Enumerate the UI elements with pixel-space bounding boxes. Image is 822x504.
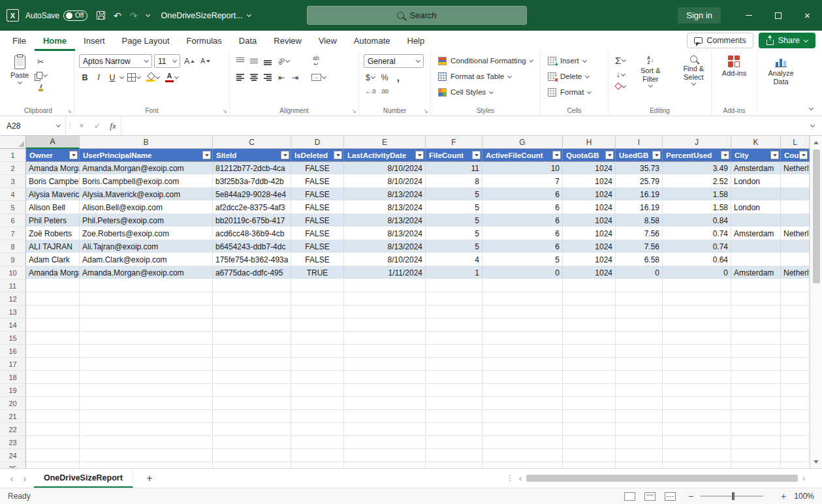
header-cell-H1[interactable]: QuotaGB (563, 149, 616, 162)
cell-H9[interactable]: 1024 (563, 253, 616, 266)
zoom-slider-thumb[interactable] (732, 492, 735, 500)
cell-C17[interactable] (213, 358, 291, 371)
cell-F12[interactable] (426, 292, 482, 306)
cell-B10[interactable]: Amanda.Morgan@exoip.com (80, 266, 213, 279)
cell-L3[interactable] (781, 175, 810, 188)
cell-G7[interactable]: 6 (482, 227, 563, 240)
cell-H8[interactable]: 1024 (563, 240, 616, 253)
column-header-L[interactable]: L (781, 136, 810, 149)
header-cell-J1[interactable]: PercentUsed (663, 149, 731, 162)
cell-E5[interactable]: 8/13/2024 (344, 201, 426, 214)
sort-filter-button[interactable]: AZ↓ Sort & Filter (630, 53, 671, 90)
align-right-button[interactable] (262, 72, 274, 82)
sign-in-button[interactable]: Sign in (678, 7, 721, 24)
align-center-button[interactable] (248, 72, 260, 82)
cell-H25[interactable] (563, 462, 616, 468)
cell-B19[interactable] (80, 384, 213, 397)
cell-H11[interactable] (563, 279, 616, 292)
cell-C9[interactable]: 175fe754-b362-493a (213, 253, 291, 266)
fill-color-button[interactable] (144, 72, 161, 83)
header-cell-G1[interactable]: ActiveFileCount (482, 149, 563, 162)
cell-D23[interactable] (291, 436, 344, 449)
cell-I7[interactable]: 7.56 (616, 227, 663, 240)
cell-F17[interactable] (426, 358, 482, 371)
tab-bar-splitter[interactable]: ⋮ (505, 474, 514, 482)
cell-H5[interactable]: 1024 (563, 201, 616, 214)
row-header-5[interactable]: 5 (0, 201, 26, 214)
row-header-19[interactable]: 19 (0, 384, 26, 397)
borders-button[interactable] (125, 72, 142, 83)
sheet-nav-right-button[interactable]: › (18, 473, 31, 484)
cell-F16[interactable] (426, 345, 482, 358)
cell-F8[interactable]: 5 (426, 240, 482, 253)
cell-G15[interactable] (482, 332, 563, 345)
page-layout-view-button[interactable] (644, 492, 656, 501)
filter-button-A[interactable] (69, 151, 78, 159)
cell-C7[interactable]: acd6cc48-36b9-4cb (213, 227, 291, 240)
cell-E10[interactable]: 1/11/2024 (344, 266, 426, 279)
cell-L14[interactable] (781, 319, 810, 332)
cell-K2[interactable]: Amsterdam (731, 162, 781, 175)
cell-J6[interactable]: 0.84 (663, 214, 731, 227)
cell-D14[interactable] (291, 319, 344, 332)
cell-I2[interactable]: 35.73 (616, 162, 663, 175)
increase-indent-button[interactable]: ⇥ (289, 71, 301, 84)
cell-G10[interactable]: 0 (482, 266, 563, 279)
redo-icon[interactable]: ↷ (130, 11, 138, 20)
cell-B14[interactable] (80, 319, 213, 332)
autosave-control[interactable]: AutoSave Off (25, 10, 87, 21)
row-header-8[interactable]: 8 (0, 240, 26, 253)
cell-K10[interactable]: Amsterdam (731, 266, 781, 279)
cell-G6[interactable]: 6 (482, 214, 563, 227)
filter-button-H[interactable] (605, 151, 614, 159)
cell-J13[interactable] (663, 306, 731, 319)
cell-H16[interactable] (563, 345, 616, 358)
column-header-B[interactable]: B (80, 136, 213, 149)
cell-G24[interactable] (482, 449, 563, 462)
column-header-J[interactable]: J (663, 136, 731, 149)
row-header-7[interactable]: 7 (0, 227, 26, 240)
cell-H20[interactable] (563, 397, 616, 410)
cell-J17[interactable] (663, 358, 731, 371)
cell-A25[interactable] (26, 462, 80, 468)
orientation-button[interactable]: ab (276, 56, 291, 66)
cell-A5[interactable]: Alison Bell (26, 201, 80, 214)
cell-E16[interactable] (344, 345, 426, 358)
cell-L2[interactable]: Netherlands (781, 162, 810, 175)
format-as-table-button[interactable]: Format as Table (435, 69, 535, 84)
cell-K4[interactable] (731, 188, 781, 201)
cell-I13[interactable] (616, 306, 663, 319)
cell-D11[interactable] (291, 279, 344, 292)
cell-I23[interactable] (616, 436, 663, 449)
ribbon-tab-automate[interactable]: Automate (345, 31, 399, 51)
cell-E9[interactable]: 8/10/2024 (344, 253, 426, 266)
cell-C6[interactable]: bb20119c-675b-417 (213, 214, 291, 227)
cell-I18[interactable] (616, 371, 663, 384)
customize-toolbar-chevron-icon[interactable] (145, 12, 150, 17)
cell-C13[interactable] (213, 306, 291, 319)
cell-H12[interactable] (563, 292, 616, 306)
cell-F21[interactable] (426, 410, 482, 423)
new-sheet-button[interactable]: + (142, 473, 157, 484)
cell-L21[interactable] (781, 410, 810, 423)
row-header-20[interactable]: 20 (0, 397, 26, 410)
cell-C22[interactable] (213, 423, 291, 436)
cell-L4[interactable] (781, 188, 810, 201)
cell-H2[interactable]: 1024 (563, 162, 616, 175)
cell-F25[interactable] (426, 462, 482, 468)
cancel-entry-button[interactable]: × (74, 116, 89, 135)
cell-J3[interactable]: 2.52 (663, 175, 731, 188)
cell-E22[interactable] (344, 423, 426, 436)
middle-align-button[interactable] (248, 56, 260, 67)
cell-L10[interactable]: Netherlands (781, 266, 810, 279)
zoom-slider[interactable] (701, 496, 763, 497)
cell-D7[interactable]: FALSE (291, 227, 344, 240)
cell-A8[interactable]: ALI TAJRAN (26, 240, 80, 253)
formula-bar-splitter[interactable]: ⋮ (66, 116, 74, 135)
cell-L25[interactable] (781, 462, 810, 468)
cell-F10[interactable]: 1 (426, 266, 482, 279)
cell-F22[interactable] (426, 423, 482, 436)
cell-F24[interactable] (426, 449, 482, 462)
cell-A15[interactable] (26, 332, 80, 345)
cell-G22[interactable] (482, 423, 563, 436)
